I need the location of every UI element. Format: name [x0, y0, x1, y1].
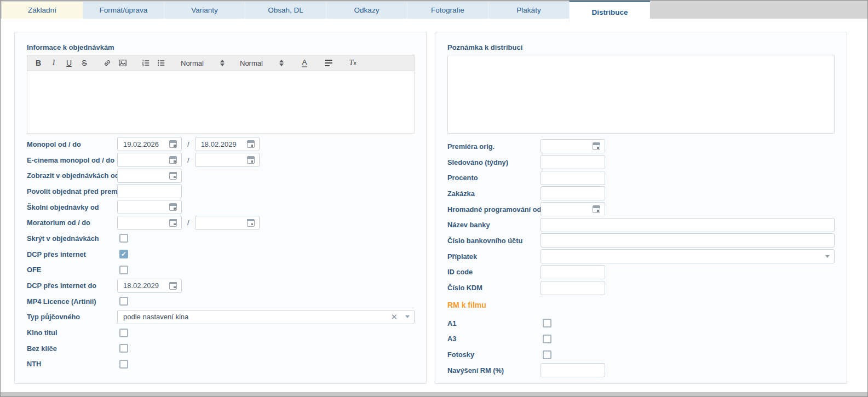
strikethrough-button[interactable]: S	[78, 57, 91, 69]
editor-text-area[interactable]	[27, 71, 415, 134]
zobrazit-od-date-input[interactable]	[117, 169, 182, 183]
field-label: Bez klíče	[27, 344, 117, 353]
nazev-banky-input[interactable]	[541, 218, 835, 232]
text-color-button[interactable]: A	[298, 57, 311, 69]
bold-button[interactable]: B	[32, 57, 45, 69]
header-format-picker[interactable]: Normal	[179, 57, 227, 69]
tab-format-uprava[interactable]: Formát/úprava	[83, 2, 164, 19]
form-row-nazev-banky: Název banky	[447, 217, 835, 233]
calendar-icon[interactable]	[247, 156, 255, 164]
field-label: Navýšení RM (%)	[447, 366, 541, 375]
tab-odkazy[interactable]: Odkazy	[326, 2, 407, 19]
rm-k-filmu-heading: RM k filmu	[447, 298, 835, 312]
dcp-internet-do-date-input[interactable]: 18.02.2029	[117, 279, 182, 293]
calendar-icon[interactable]	[169, 282, 177, 290]
field-label: OFE	[27, 266, 117, 274]
link-icon[interactable]	[101, 57, 114, 69]
distribution-note-textarea[interactable]	[447, 55, 835, 134]
a1-checkbox[interactable]: ✓	[543, 319, 551, 327]
align-button[interactable]	[322, 57, 335, 69]
page-content: Informace k objednávkám B I U S	[1, 19, 867, 392]
calendar-icon[interactable]	[593, 205, 600, 213]
underline-button[interactable]: U	[62, 57, 76, 69]
header-format-value: Normal	[181, 59, 204, 67]
form-row-procento: Procento	[447, 170, 835, 186]
hromadne-programovani-date-input[interactable]	[541, 202, 605, 216]
field-label: A3	[447, 335, 541, 343]
image-icon[interactable]	[116, 57, 129, 69]
field-label: Skrýt v objednávkách	[27, 234, 117, 243]
distribution-note-title: Poznámka k distribuci	[447, 43, 835, 51]
italic-button[interactable]: I	[47, 57, 60, 69]
chevron-down-icon[interactable]	[405, 315, 410, 318]
bullet-list-icon[interactable]	[154, 57, 168, 69]
cislo-uctu-input[interactable]	[541, 233, 835, 248]
calendar-icon[interactable]	[169, 203, 177, 211]
id-code-input[interactable]	[541, 265, 605, 279]
ordered-list-icon[interactable]	[139, 57, 152, 69]
cislo-kdm-input[interactable]	[541, 281, 605, 295]
bez-klice-checkbox[interactable]: ✓	[119, 344, 128, 353]
field-label: Zobrazit v objednávkách od	[27, 171, 117, 180]
a3-checkbox[interactable]: ✓	[543, 335, 551, 343]
priplatek-select[interactable]	[541, 249, 835, 263]
orders-form: Monopol od / do 19.02.2026 / 18.02.2029	[27, 136, 414, 372]
procento-input[interactable]	[541, 171, 605, 185]
navyseni-rm-input[interactable]	[541, 363, 605, 377]
fotosky-checkbox[interactable]: ✓	[543, 350, 551, 359]
tab-distribuce[interactable]: Distribuce	[569, 1, 650, 22]
tab-fotografie[interactable]: Fotografie	[407, 2, 488, 19]
calendar-icon[interactable]	[247, 140, 255, 148]
moratorium-to-date-input[interactable]	[195, 216, 260, 230]
calendar-icon[interactable]	[247, 219, 255, 227]
sledovano-input[interactable]	[541, 155, 605, 169]
picker-arrows-icon	[279, 60, 284, 66]
calendar-icon[interactable]	[169, 140, 177, 148]
clear-icon[interactable]: ✕	[390, 312, 398, 322]
monopol-from-date-input[interactable]: 19.02.2026	[117, 137, 182, 151]
monopol-to-date-input[interactable]: 18.02.2029	[195, 137, 260, 151]
skryt-checkbox[interactable]: ✓	[119, 234, 128, 243]
font-size-picker[interactable]: Normal	[238, 57, 286, 69]
skolni-objednavky-date-input[interactable]	[117, 200, 182, 214]
form-row-id-code: ID code	[447, 264, 835, 280]
kino-titul-checkbox[interactable]: ✓	[119, 329, 128, 337]
clear-formatting-button[interactable]: Tx	[346, 57, 359, 69]
chevron-down-icon[interactable]	[825, 255, 830, 258]
nth-checkbox[interactable]: ✓	[119, 360, 128, 369]
calendar-icon[interactable]	[169, 156, 177, 164]
ecinema-from-date-input[interactable]	[117, 153, 182, 167]
tab-obsah-dl[interactable]: Obsah, DL	[245, 2, 326, 19]
editor-toolbar: B I U S	[27, 55, 415, 71]
povolit-objednat-input[interactable]	[117, 184, 182, 198]
form-row-fotosky: Fotosky ✓	[447, 347, 835, 363]
tab-zakladni[interactable]: Základní	[2, 2, 83, 19]
form-row-dcp-internet-do: DCP přes internet do 18.02.2029	[27, 278, 414, 294]
form-row-cislo-kdm: Číslo KDM	[447, 280, 835, 296]
field-label: Příplatek	[447, 252, 541, 261]
mp4-licence-checkbox[interactable]: ✓	[119, 297, 128, 306]
distribution-form: Premiéra orig. Sledováno (týdny) Procent…	[447, 139, 835, 378]
premiera-orig-date-input[interactable]	[541, 139, 605, 153]
zakazka-input[interactable]	[541, 186, 605, 200]
typ-pujcovneho-select[interactable]: podle nastavení kina ✕	[117, 310, 415, 324]
moratorium-from-date-input[interactable]	[117, 216, 182, 230]
calendar-icon[interactable]	[169, 172, 177, 180]
ofe-checkbox[interactable]: ✓	[119, 266, 128, 274]
tab-plakaty[interactable]: Plakáty	[488, 2, 569, 19]
ecinema-to-date-input[interactable]	[195, 153, 260, 167]
field-label: Číslo bankovního účtu	[447, 237, 541, 245]
form-row-a1: A1 ✓	[447, 315, 835, 331]
calendar-icon[interactable]	[169, 219, 177, 227]
field-label: NTH	[27, 360, 117, 368]
tab-varianty[interactable]: Varianty	[164, 2, 245, 19]
tab-bar: Základní Formát/úprava Varianty Obsah, D…	[1, 1, 867, 19]
app-window: Základní Formát/úprava Varianty Obsah, D…	[0, 0, 868, 397]
form-row-sledovano: Sledováno (týdny)	[447, 154, 835, 170]
form-row-priplatek: Příplatek	[447, 249, 835, 264]
field-label: Sledováno (týdny)	[447, 158, 541, 166]
calendar-icon[interactable]	[593, 142, 600, 150]
form-row-bez-klice: Bez klíče ✓	[27, 341, 414, 356]
form-row-skryt: Skrýt v objednávkách ✓	[27, 231, 414, 246]
dcp-internet-checkbox[interactable]: ✓	[119, 250, 128, 258]
